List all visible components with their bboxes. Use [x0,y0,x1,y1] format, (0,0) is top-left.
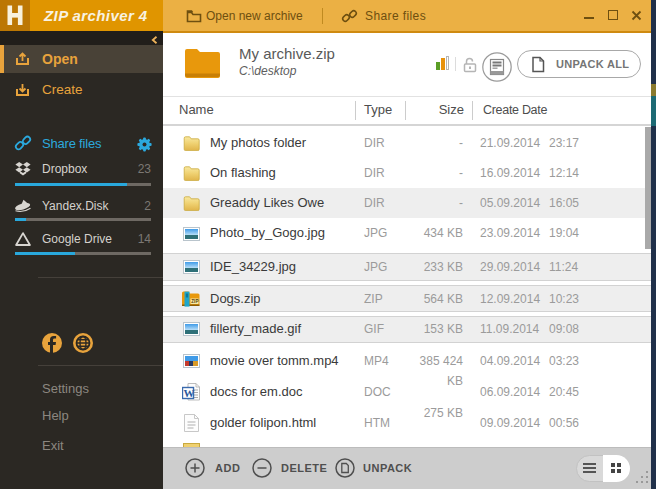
svg-text:W: W [183,387,194,399]
svg-text:ZIP: ZIP [191,299,198,304]
